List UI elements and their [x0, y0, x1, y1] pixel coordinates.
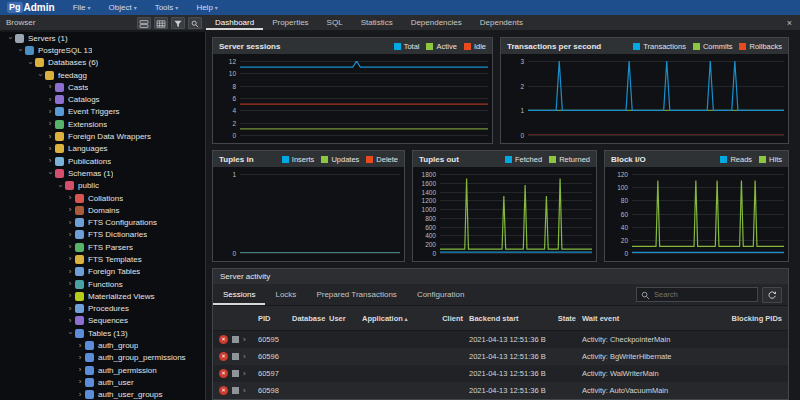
- legend-item-inserts[interactable]: Inserts: [282, 155, 315, 164]
- collapse-arrow-icon[interactable]: ›: [16, 45, 24, 55]
- session-row-60598[interactable]: ✕›605982021-04-13 12:51:36 BSTActivity: …: [213, 382, 788, 399]
- tab-sql[interactable]: SQL: [318, 15, 352, 30]
- session-row-60595[interactable]: ✕›605952021-04-13 12:51:36 BSTActivity: …: [213, 331, 788, 348]
- refresh-button[interactable]: [762, 287, 782, 303]
- server-icon-button[interactable]: [137, 17, 151, 29]
- tree-item-collations[interactable]: ›Collations: [0, 192, 205, 204]
- column-header-state[interactable]: State: [546, 314, 579, 323]
- terminate-session-icon[interactable]: ✕: [219, 352, 228, 361]
- tree-item-event-triggers[interactable]: ›Event Triggers: [0, 106, 205, 118]
- tree-item-catalogs[interactable]: ›Catalogs: [0, 93, 205, 105]
- legend-item-returned[interactable]: Returned: [549, 155, 590, 164]
- tree-item-foreign-data-wrappers[interactable]: ›Foreign Data Wrappers: [0, 130, 205, 142]
- cancel-query-icon[interactable]: [232, 370, 239, 377]
- collapse-arrow-icon[interactable]: ›: [46, 168, 54, 178]
- legend-item-updates[interactable]: Updates: [321, 155, 359, 164]
- tree-item-auth-group[interactable]: ›auth_group: [0, 339, 205, 351]
- menu-object[interactable]: Object▾: [109, 3, 137, 12]
- expand-arrow-icon[interactable]: ›: [45, 145, 55, 153]
- menu-help[interactable]: Help▾: [196, 3, 217, 12]
- expand-arrow-icon[interactable]: ›: [65, 280, 75, 288]
- tree-item-schemas-1-[interactable]: ›Schemas (1): [0, 167, 205, 179]
- expand-arrow-icon[interactable]: ›: [45, 108, 55, 116]
- menu-tools[interactable]: Tools▾: [155, 3, 179, 12]
- cancel-query-icon[interactable]: [232, 353, 239, 360]
- grid-icon-button[interactable]: [154, 17, 168, 29]
- tab-dependencies[interactable]: Dependencies: [402, 15, 471, 30]
- expand-arrow-icon[interactable]: ›: [65, 305, 75, 313]
- row-expand-icon[interactable]: ›: [243, 353, 246, 361]
- terminate-session-icon[interactable]: ✕: [219, 386, 228, 395]
- cancel-query-icon[interactable]: [232, 387, 239, 394]
- tree-item-auth-group-permissions[interactable]: ›auth_group_permissions: [0, 352, 205, 364]
- tree-item-procedures[interactable]: ›Procedures: [0, 303, 205, 315]
- menu-file[interactable]: File▾: [73, 3, 91, 12]
- tree-item-public[interactable]: ›public: [0, 180, 205, 192]
- column-header-client[interactable]: Client: [436, 314, 466, 323]
- expand-arrow-icon[interactable]: ›: [45, 83, 55, 91]
- tab-statistics[interactable]: Statistics: [352, 15, 402, 30]
- expand-arrow-icon[interactable]: ›: [45, 157, 55, 165]
- expand-arrow-icon[interactable]: ›: [75, 391, 85, 399]
- filter-icon-button[interactable]: [171, 17, 185, 29]
- search-input[interactable]: [654, 290, 753, 299]
- tree-item-fts-configurations[interactable]: ›FTS Configurations: [0, 216, 205, 228]
- expand-arrow-icon[interactable]: ›: [65, 194, 75, 202]
- column-header-wait_event[interactable]: Wait event: [579, 314, 679, 323]
- expand-arrow-icon[interactable]: ›: [65, 268, 75, 276]
- expand-arrow-icon[interactable]: ›: [65, 243, 75, 251]
- activity-tab-configuration[interactable]: Configuration: [407, 284, 475, 305]
- column-header-blocking_pids[interactable]: Blocking PIDs: [679, 314, 788, 323]
- expand-arrow-icon[interactable]: ›: [45, 120, 55, 128]
- legend-item-fetched[interactable]: Fetched: [505, 155, 542, 164]
- activity-tab-sessions[interactable]: Sessions: [213, 284, 265, 305]
- column-header-application[interactable]: Application ▴: [359, 314, 436, 323]
- close-icon[interactable]: ×: [779, 15, 800, 30]
- session-row-60596[interactable]: ✕›605962021-04-13 12:51:36 BSTActivity: …: [213, 348, 788, 365]
- tree-item-fts-parsers[interactable]: ›FTS Parsers: [0, 241, 205, 253]
- column-header-backend_start[interactable]: Backend start: [466, 314, 546, 323]
- expand-arrow-icon[interactable]: ›: [75, 378, 85, 386]
- tree-item-fts-templates[interactable]: ›FTS Templates: [0, 253, 205, 265]
- tree-item-auth-user-groups[interactable]: ›auth_user_groups: [0, 389, 205, 400]
- collapse-arrow-icon[interactable]: ›: [26, 58, 34, 68]
- tree-item-casts[interactable]: ›Casts: [0, 81, 205, 93]
- activity-tab-prepared-transactions[interactable]: Prepared Transactions: [306, 284, 407, 305]
- expand-arrow-icon[interactable]: ›: [75, 366, 85, 374]
- legend-item-idle[interactable]: Idle: [464, 42, 486, 51]
- expand-arrow-icon[interactable]: ›: [65, 231, 75, 239]
- legend-item-transactions[interactable]: Transactions: [633, 42, 686, 51]
- tree-item-sequences[interactable]: ›Sequences: [0, 315, 205, 327]
- collapse-arrow-icon[interactable]: ›: [36, 70, 44, 80]
- expand-arrow-icon[interactable]: ›: [45, 133, 55, 141]
- tab-properties[interactable]: Properties: [263, 15, 317, 30]
- expand-arrow-icon[interactable]: ›: [65, 317, 75, 325]
- expand-arrow-icon[interactable]: ›: [65, 206, 75, 214]
- expand-arrow-icon[interactable]: ›: [45, 96, 55, 104]
- expand-arrow-icon[interactable]: ›: [75, 354, 85, 362]
- tab-dashboard[interactable]: Dashboard: [206, 15, 263, 30]
- activity-tab-locks[interactable]: Locks: [265, 284, 306, 305]
- session-row-60597[interactable]: ✕›605972021-04-13 12:51:36 BSTActivity: …: [213, 365, 788, 382]
- expand-arrow-icon[interactable]: ›: [65, 292, 75, 300]
- expand-arrow-icon[interactable]: ›: [65, 255, 75, 263]
- legend-item-hits[interactable]: Hits: [759, 155, 782, 164]
- tree-item-extensions[interactable]: ›Extensions: [0, 118, 205, 130]
- tree-item-servers-1-[interactable]: ›Servers (1): [0, 32, 205, 44]
- legend-item-rollbacks[interactable]: Rollbacks: [739, 42, 782, 51]
- row-expand-icon[interactable]: ›: [243, 387, 246, 395]
- row-expand-icon[interactable]: ›: [243, 370, 246, 378]
- legend-item-active[interactable]: Active: [426, 42, 456, 51]
- collapse-arrow-icon[interactable]: ›: [56, 181, 64, 191]
- legend-item-reads[interactable]: Reads: [720, 155, 752, 164]
- tree-item-auth-user[interactable]: ›auth_user: [0, 376, 205, 388]
- tree-item-domains[interactable]: ›Domains: [0, 204, 205, 216]
- collapse-arrow-icon[interactable]: ›: [6, 33, 14, 43]
- row-expand-icon[interactable]: ›: [243, 336, 246, 344]
- legend-item-delete[interactable]: Delete: [366, 155, 398, 164]
- tree-item-databases-6-[interactable]: ›Databases (6): [0, 57, 205, 69]
- tree-item-publications[interactable]: ›Publications: [0, 155, 205, 167]
- tree-item-postgresql-13[interactable]: ›PostgreSQL 13: [0, 44, 205, 56]
- tree-item-materialized-views[interactable]: ›Materialized Views: [0, 290, 205, 302]
- column-header-database[interactable]: Database: [289, 314, 326, 323]
